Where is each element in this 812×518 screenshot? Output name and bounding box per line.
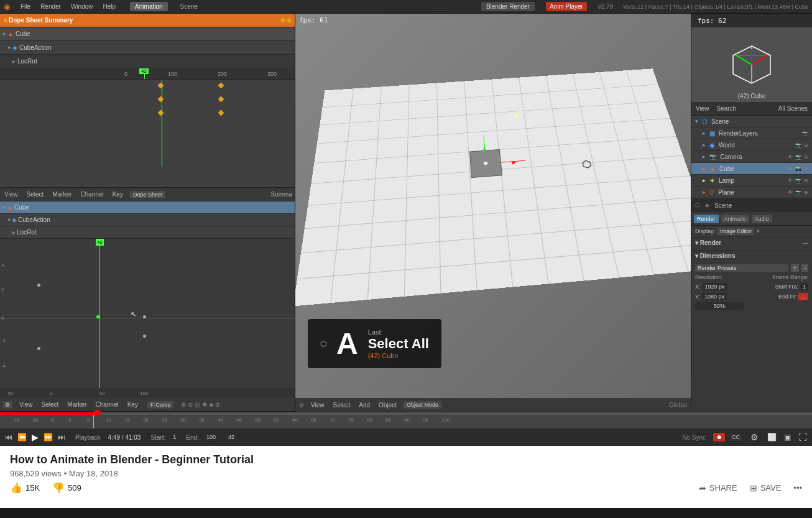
lamp-render-btn[interactable]: 📷 <box>795 178 801 183</box>
render-menu[interactable]: Render <box>39 2 63 11</box>
dope-select-menu[interactable]: Select <box>25 190 46 198</box>
sun-lamp: ✦ <box>512 111 520 120</box>
dope-marker-menu[interactable]: Marker <box>50 190 73 198</box>
outliner-view-btn[interactable]: View <box>694 104 711 113</box>
fcurve-grid-1 <box>0 279 295 279</box>
fcurve-channel-menu[interactable]: Channel <box>93 400 120 409</box>
share-button[interactable]: ➦ SHARE <box>699 483 737 493</box>
summary-kf2-icon <box>287 17 292 22</box>
end-value[interactable]: ... <box>798 293 808 300</box>
fcurve-select-menu[interactable]: Select <box>40 400 61 409</box>
animation-tab[interactable]: Animatio <box>721 215 749 223</box>
play-btn[interactable]: ▶ <box>32 432 39 442</box>
time-display: 4:49 / 41:03 <box>108 434 141 441</box>
render-tab[interactable]: Render <box>694 215 719 223</box>
like-button[interactable]: 👍 15K <box>10 482 40 494</box>
lower-ca-label: CubeAction <box>18 216 50 223</box>
current-frame-value[interactable]: 42 <box>226 433 237 441</box>
gv10 <box>599 72 654 275</box>
settings-btn[interactable]: ⚙ <box>750 432 759 442</box>
timeline-markers-bar[interactable]: -15 -10 -5 0 5 10 15 20 25 30 35 40 45 5… <box>0 415 812 428</box>
dope-mode-selector[interactable]: Dope Sheet <box>130 191 166 198</box>
end-frame-value[interactable]: 100 <box>204 433 218 441</box>
cc-btn[interactable]: CC <box>730 433 742 441</box>
dope-view-menu[interactable]: View <box>2 190 20 198</box>
render-section-header[interactable]: ▾ Render — <box>691 238 812 248</box>
presets-del-btn[interactable]: - <box>801 264 808 272</box>
outliner-all-scenes[interactable]: All Scenes <box>777 104 810 113</box>
step-back-btn[interactable]: ⏪ <box>17 433 27 442</box>
vp-view[interactable]: View <box>309 401 326 409</box>
sync-selector[interactable]: No Sync <box>682 434 706 441</box>
vp-select[interactable]: Select <box>331 401 353 409</box>
plane-extra-btn[interactable]: ⊕ <box>804 190 808 195</box>
start-frame-value[interactable]: 1 <box>170 433 178 441</box>
vp-object[interactable]: Object <box>377 401 399 409</box>
renderer-selector[interactable]: Blender Render <box>481 2 535 11</box>
vp-add[interactable]: Add <box>357 401 372 409</box>
presets-add-btn[interactable]: + <box>791 264 799 272</box>
vp-global[interactable]: Global <box>669 402 687 409</box>
render-expand-icon: — <box>803 240 808 246</box>
record-btn[interactable]: ⏺ <box>713 433 725 442</box>
res-x-value[interactable]: 1920 px <box>703 283 727 290</box>
help-menu[interactable]: Help <box>101 2 118 11</box>
pct-value[interactable]: 50% <box>695 302 744 310</box>
display-selector[interactable]: Image Editor <box>717 228 754 235</box>
plane-render-btn[interactable]: 📷 <box>795 190 801 195</box>
dope-key-menu[interactable]: Key <box>111 190 125 198</box>
skip-start-btn[interactable]: ⏮ <box>5 433 12 442</box>
res-y-value[interactable]: 1080 px <box>702 293 727 300</box>
fcurve-x-ruler: -50 0 50 100 <box>0 388 295 398</box>
save-button[interactable]: ⊞ SAVE <box>750 483 782 493</box>
file-menu[interactable]: File <box>19 2 32 11</box>
cursor-icon: ↖ <box>131 310 136 318</box>
plane-eye-btn[interactable]: 👁 <box>788 190 793 195</box>
fcurve-y2: 2 <box>1 287 4 292</box>
vp-mode-selector[interactable]: Object Mode <box>404 401 441 409</box>
pip-btn[interactable]: ▣ <box>784 433 791 442</box>
workspace-label[interactable]: Animation <box>130 2 167 11</box>
outliner-search-btn[interactable]: Search <box>715 104 739 113</box>
top-playhead: 42 <box>144 68 145 79</box>
fcurve-marker-menu[interactable]: Marker <box>65 400 88 409</box>
lamp-extra-btn[interactable]: ⊕ <box>804 178 808 183</box>
cube-render-btn[interactable]: 📷 <box>795 166 801 172</box>
fcurve-mode-selector[interactable]: F-Curve <box>147 401 174 409</box>
camera-obj-icon: 📷 <box>709 154 716 160</box>
dims-section-header[interactable]: ▾ Dimensions <box>691 250 812 261</box>
anim-player-btn[interactable]: Anim Player <box>546 2 587 11</box>
playback-label: Playback <box>75 434 101 441</box>
cam-eye-btn[interactable]: 👁 <box>788 154 793 160</box>
cam-extra-btn[interactable]: ⊕ <box>804 154 808 160</box>
theater-btn[interactable]: ⬜ <box>767 433 777 442</box>
fcurve-icon: ⚙ <box>2 401 12 409</box>
scene-prop-label[interactable]: Scene <box>714 202 732 209</box>
fullscreen-btn[interactable]: ⛶ <box>798 432 807 442</box>
stats-label: Verts:12 | Faces:7 | Tris:14 | Objects:1… <box>623 4 808 10</box>
skip-end-btn[interactable]: ⏭ <box>58 433 65 442</box>
world-cam-btn[interactable]: 📷 <box>795 142 801 148</box>
lamp-eye-btn[interactable]: 👁 <box>788 178 793 183</box>
fcurve-view-menu[interactable]: View <box>17 400 35 409</box>
outliner-scene-label: Scene <box>711 118 729 125</box>
world-render-btn[interactable]: ⊕ <box>804 142 808 148</box>
cube-eye-btn[interactable]: 👁 <box>788 166 793 172</box>
viewport-3d: fps: 61 <box>295 14 691 412</box>
cube-extra2-btn[interactable]: ⊕ <box>804 166 808 172</box>
dislike-button[interactable]: 👎 509 <box>52 482 81 494</box>
fcurve-key-menu[interactable]: Key <box>126 400 140 409</box>
audio-tab[interactable]: Audio <box>752 215 772 223</box>
step-forward-btn[interactable]: ⏩ <box>44 433 53 442</box>
cam-render-btn[interactable]: 📷 <box>795 154 801 160</box>
start-value[interactable]: 1 <box>800 283 808 290</box>
cube-channel-label: Cube <box>16 30 30 37</box>
more-button[interactable]: ••• <box>793 483 802 493</box>
outliner-camera-item: ▸ 📷 Camera 👁 📷 ⊕ <box>691 151 812 163</box>
tl-10: 10 <box>106 417 111 423</box>
window-menu[interactable]: Window <box>69 2 95 11</box>
cubeaction-action-icon: ◈ <box>12 44 17 51</box>
dope-channel-menu[interactable]: Channel <box>78 190 105 198</box>
tl-100: 100 <box>441 417 450 423</box>
render-presets-selector[interactable]: Render Presets <box>695 264 788 272</box>
